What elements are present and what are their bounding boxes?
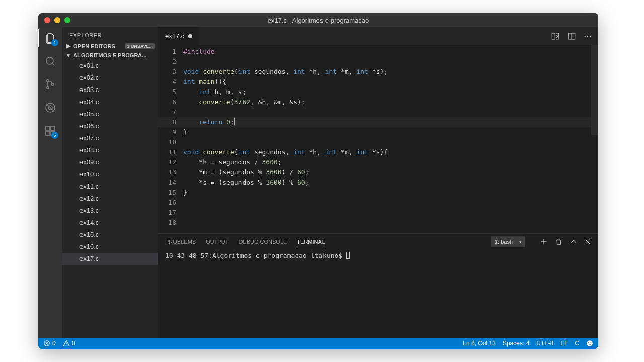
file-item[interactable]: ex14.c [62, 217, 158, 229]
file-item[interactable]: ex03.c [62, 84, 158, 96]
source-control-icon[interactable] [43, 77, 57, 92]
feedback-icon[interactable] [586, 340, 593, 347]
titlebar[interactable]: ex17.c - Algoritmos e programacao [38, 13, 598, 27]
explorer-badge: 1 [51, 39, 58, 46]
tab-problems[interactable]: PROBLEMS [165, 235, 196, 249]
svg-rect-9 [51, 126, 55, 130]
file-item[interactable]: ex06.c [62, 120, 158, 132]
new-terminal-icon[interactable] [540, 238, 548, 246]
extensions-badge: 5 [51, 132, 58, 139]
window-title: ex17.c - Algoritmos e programacao [38, 17, 598, 24]
file-item[interactable]: ex15.c [62, 229, 158, 241]
folder-label: ALGORITMOS E PROGRA... [73, 52, 146, 58]
compare-icon[interactable] [551, 32, 560, 41]
open-editors-label: OPEN EDITORS [73, 43, 115, 49]
status-warnings[interactable]: 0 [63, 340, 75, 347]
file-item[interactable]: ex08.c [62, 144, 158, 156]
folder-header[interactable]: ▼ ALGORITMOS E PROGRA... [62, 51, 158, 60]
activity-bar: 1 5 [38, 27, 62, 338]
sidebar-title: EXPLORER [62, 27, 158, 41]
explorer-icon[interactable]: 1 [43, 31, 57, 45]
tab-bar: ex17.c [158, 27, 598, 45]
more-icon[interactable] [583, 32, 592, 41]
window-controls [44, 17, 70, 23]
status-spaces[interactable]: Spaces: 4 [503, 340, 529, 347]
terminal-select[interactable]: 1: bash [491, 236, 525, 247]
close-window-icon[interactable] [44, 17, 50, 23]
tab-output[interactable]: OUTPUT [206, 235, 228, 249]
sidebar: EXPLORER ▶ OPEN EDITORS 1 UNSAVE... ▼ AL… [62, 27, 158, 338]
open-editors-header[interactable]: ▶ OPEN EDITORS 1 UNSAVE... [62, 41, 158, 51]
svg-point-14 [590, 35, 591, 36]
split-editor-icon[interactable] [567, 32, 576, 41]
extensions-icon[interactable]: 5 [43, 124, 57, 138]
file-item[interactable]: ex05.c [62, 108, 158, 120]
terminal-picker[interactable]: 1: bash [491, 236, 525, 247]
panel-tabs: PROBLEMS OUTPUT DEBUG CONSOLE TERMINAL 1… [158, 234, 598, 250]
file-item[interactable]: ex04.c [62, 96, 158, 108]
status-errors[interactable]: 0 [43, 340, 56, 347]
svg-rect-6 [46, 126, 50, 130]
code-editor[interactable]: 123456789101112131415161718 #include voi… [158, 45, 598, 233]
svg-point-2 [47, 87, 49, 89]
terminal-cursor-icon [346, 252, 350, 259]
tab-label: ex17.c [165, 32, 184, 40]
file-item[interactable]: ex12.c [62, 193, 158, 205]
code-content[interactable]: #include void converte(int segundos, int… [183, 45, 598, 233]
svg-rect-10 [552, 33, 555, 39]
maximize-window-icon[interactable] [64, 17, 70, 23]
file-item[interactable]: ex17.c [62, 253, 158, 265]
status-cursor-pos[interactable]: Ln 8, Col 13 [463, 340, 496, 347]
terminal[interactable]: 10-43-48-57:Algoritmos e programacao lta… [158, 250, 598, 338]
svg-point-3 [52, 83, 54, 85]
status-encoding[interactable]: UTF-8 [536, 340, 553, 347]
file-item[interactable]: ex16.c [62, 241, 158, 253]
tab-terminal[interactable]: TERMINAL [297, 235, 325, 249]
svg-point-1 [47, 80, 49, 82]
file-item[interactable]: ex01.c [62, 60, 158, 72]
editor-area: ex17.c 123456789101112131415161718 #incl… [158, 27, 598, 338]
svg-rect-7 [46, 131, 50, 135]
file-list: ex01.cex02.cex03.cex04.cex05.cex06.cex07… [62, 60, 158, 338]
file-item[interactable]: ex10.c [62, 168, 158, 180]
file-item[interactable]: ex07.c [62, 132, 158, 144]
svg-point-18 [590, 342, 591, 343]
unsaved-badge: 1 UNSAVE... [125, 43, 155, 49]
minimize-window-icon[interactable] [54, 17, 60, 23]
file-item[interactable]: ex11.c [62, 180, 158, 193]
maximize-panel-icon[interactable] [570, 238, 577, 245]
search-icon[interactable] [43, 54, 57, 68]
kill-terminal-icon[interactable] [555, 238, 563, 246]
gutter: 123456789101112131415161718 [158, 45, 183, 233]
svg-point-17 [588, 342, 589, 343]
status-bar: 0 0 Ln 8, Col 13 Spaces: 4 UTF-8 LF C [38, 338, 598, 349]
editor-actions [551, 27, 598, 45]
modified-dot-icon [188, 34, 192, 38]
close-panel-icon[interactable] [584, 238, 591, 245]
svg-point-12 [585, 35, 586, 36]
svg-point-0 [46, 57, 53, 64]
scrollbar[interactable] [591, 45, 598, 135]
terminal-prompt: 10-43-48-57:Algoritmos e programacao lta… [165, 252, 346, 259]
status-eol[interactable]: LF [560, 340, 568, 347]
file-item[interactable]: ex09.c [62, 156, 158, 168]
file-item[interactable]: ex13.c [62, 205, 158, 217]
svg-point-16 [587, 340, 593, 346]
bottom-panel: PROBLEMS OUTPUT DEBUG CONSOLE TERMINAL 1… [158, 233, 598, 338]
chevron-down-icon: ▼ [65, 52, 71, 58]
status-language[interactable]: C [575, 340, 579, 347]
debug-icon[interactable] [43, 101, 57, 115]
vscode-window: ex17.c - Algoritmos e programacao 1 5 EX [38, 13, 598, 349]
tab-debug-console[interactable]: DEBUG CONSOLE [238, 235, 287, 249]
file-item[interactable]: ex02.c [62, 72, 158, 84]
svg-point-13 [587, 35, 588, 36]
chevron-right-icon: ▶ [65, 43, 71, 49]
tab-ex17[interactable]: ex17.c [158, 27, 200, 45]
